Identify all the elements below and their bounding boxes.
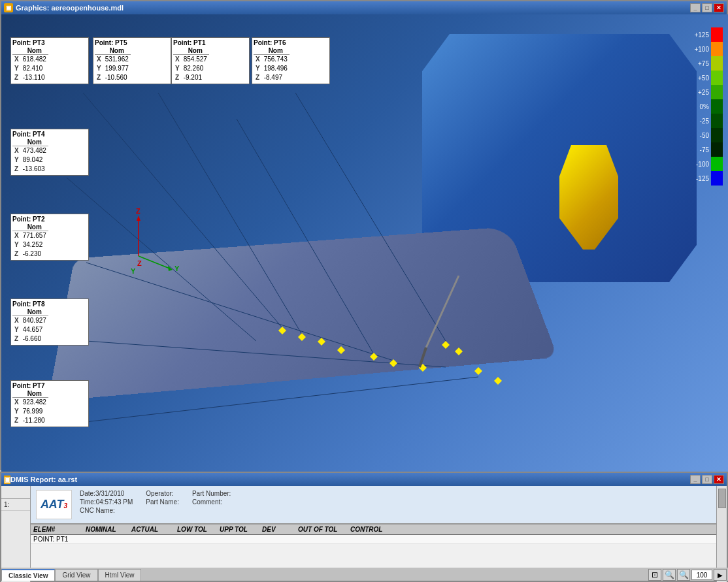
report-close-button[interactable]: ✕ xyxy=(714,475,724,484)
scrollbar-thumb[interactable] xyxy=(718,489,726,508)
restore-button[interactable]: □ xyxy=(702,3,712,12)
tab-grid-view[interactable]: Grid View xyxy=(55,569,97,581)
pt6-z: -8.497 xyxy=(262,73,290,82)
gray-workpiece xyxy=(48,227,557,401)
report-titlebar: ▣ DMIS Report: aa.rst _ □ ✕ xyxy=(1,473,727,486)
pt1-z: -9.201 xyxy=(182,73,209,82)
scale-label-100-neg: -100 xyxy=(691,161,709,168)
pt2-z: -6.230 xyxy=(21,250,48,259)
report-time: Time:04:57:43 PM xyxy=(80,498,133,506)
scale-label-125-neg: -125 xyxy=(691,175,709,182)
scale-color-25-pos xyxy=(711,85,723,99)
pt7-x: 923.482 xyxy=(21,398,48,408)
data-row-pt1: POINT: PT1 xyxy=(31,535,716,544)
tab-html-view[interactable]: Html View xyxy=(98,569,142,581)
pt3-title: Point: PT3 xyxy=(12,39,87,46)
pt4-z: -13.603 xyxy=(21,165,48,174)
graphics-window-controls: _ □ ✕ xyxy=(690,3,724,12)
scroll-right-button[interactable]: ▶ xyxy=(714,569,727,581)
close-button[interactable]: ✕ xyxy=(714,3,724,12)
svg-text:Z: Z xyxy=(136,207,141,215)
tab-classic-label: Classic View xyxy=(8,572,48,579)
scale-color-50-pos xyxy=(711,71,723,85)
pt8-title: Point: PT8 xyxy=(12,300,87,308)
zoom-out-button[interactable]: 🔍 xyxy=(677,569,690,581)
tab-grid-label: Grid View xyxy=(62,572,90,579)
pt7-z: -11.280 xyxy=(21,416,48,425)
scale-color-0 xyxy=(711,99,723,114)
pt3-y: 82.410 xyxy=(21,64,48,73)
svg-marker-26 xyxy=(494,377,502,385)
report-table-header: ELEM# NOMINAL ACTUAL LOW TOL UPP TOL DEV… xyxy=(31,524,716,535)
report-restore-button[interactable]: □ xyxy=(702,475,712,484)
point-box-pt6: Point: PT6 Nom X756.743 Y198.496 Z-8.497 xyxy=(252,37,330,84)
col-actual: ACTUAL xyxy=(129,526,174,533)
col-nominal: NOMINAL xyxy=(83,526,129,533)
pt4-title: Point: PT4 xyxy=(12,131,87,138)
zoom-fit-button[interactable]: ⊡ xyxy=(648,569,661,581)
pt8-z: -6.660 xyxy=(21,334,48,344)
report-part-name: Part Name: xyxy=(146,498,179,506)
pt4-y: 89.042 xyxy=(21,155,48,165)
color-scale-bar: +125 +100 +75 +50 +25 0% xyxy=(697,27,723,186)
report-part-number: Part Number: xyxy=(192,490,231,497)
svg-marker-25 xyxy=(474,367,482,375)
report-operator: Operator: xyxy=(146,490,179,497)
pt8-y: 44.657 xyxy=(21,325,48,334)
pt6-x: 756.743 xyxy=(262,55,290,65)
scale-label-0: 0% xyxy=(691,103,709,110)
scale-label-100-pos: +100 xyxy=(691,46,709,53)
3d-viewport[interactable]: Z Y Y Z xyxy=(1,14,728,472)
pt2-x: 771.657 xyxy=(21,231,48,241)
pt5-z: -10.560 xyxy=(103,73,131,82)
tab-classic-view[interactable]: Classic View xyxy=(1,569,55,581)
aat-logo: AAT3 xyxy=(36,490,72,519)
point-box-pt2: Point: PT2 Nom X771.657 Y34.252 Z-6.230 xyxy=(10,214,89,261)
zoom-in-button[interactable]: 🔍 xyxy=(663,569,676,581)
meta-col-3: Part Number: Comment: xyxy=(192,490,231,514)
scale-label-50-neg: -50 xyxy=(691,132,709,139)
scale-label-50-pos: +50 xyxy=(691,74,709,82)
point-box-pt5: Point: PT5 Nom X531.962 Y199.977 Z-10.56… xyxy=(93,37,171,84)
report-minimize-button[interactable]: _ xyxy=(690,475,701,484)
report-window: ▣ DMIS Report: aa.rst _ □ ✕ 1: AAT3 Date… xyxy=(0,472,728,582)
scale-label-75-neg: -75 xyxy=(691,146,709,154)
meta-col-2: Operator: Part Name: xyxy=(146,490,179,514)
graphics-titlebar: ▣ Graphics: aereoopenhouse.mdl _ □ ✕ xyxy=(1,1,727,14)
scale-color-25-neg xyxy=(711,114,723,128)
aat-logo-text: AAT3 xyxy=(41,498,67,511)
scale-label-25-pos: +25 xyxy=(691,89,709,96)
point-box-pt7: Point: PT7 Nom X923.482 Y76.999 Z-11.280 xyxy=(10,380,89,427)
report-window-controls: _ □ ✕ xyxy=(690,475,724,484)
pt6-title: Point: PT6 xyxy=(254,39,328,46)
bottom-tabs-bar: Classic View Grid View Html View ⊡ 🔍 🔍 ▶ xyxy=(1,568,728,581)
scale-color-125-neg xyxy=(711,171,723,186)
graphics-title-icon: ▣ xyxy=(4,3,13,12)
pt3-x: 618.482 xyxy=(21,55,48,65)
report-title: DMIS Report: aa.rst xyxy=(10,476,77,483)
scale-label-25-neg: -25 xyxy=(691,118,709,125)
pt2-y: 34.252 xyxy=(21,240,48,250)
scale-color-100-pos xyxy=(711,42,723,56)
pt5-x: 531.962 xyxy=(103,55,131,65)
data-elem: POINT: PT1 xyxy=(31,536,83,543)
point-box-pt3: Point: PT3 Nom X618.482 Y82.410 Z-13.110 xyxy=(10,37,89,84)
zoom-level-input[interactable] xyxy=(691,570,712,580)
pt7-y: 76.999 xyxy=(21,407,48,416)
row-number-1: 1: xyxy=(1,499,30,511)
col-elem: ELEM# xyxy=(31,526,83,533)
scale-label-75-pos: +75 xyxy=(691,60,709,67)
pt1-y: 82.260 xyxy=(182,64,209,73)
point-box-pt4: Point: PT4 Nom X473.482 Y89.042 Z-13.603 xyxy=(10,129,89,176)
scale-label-125-pos: +125 xyxy=(691,31,709,39)
meta-col-1: Date:3/31/2010 Time:04:57:43 PM CNC Name… xyxy=(80,490,133,514)
minimize-button[interactable]: _ xyxy=(690,3,701,12)
pt1-x: 854.527 xyxy=(182,55,209,65)
pt4-x: 473.482 xyxy=(21,146,48,156)
col-low-tol: LOW TOL xyxy=(174,526,217,533)
pt6-y: 198.496 xyxy=(262,64,290,73)
report-header: AAT3 Date:3/31/2010 Time:04:57:43 PM CNC… xyxy=(31,486,716,524)
scale-color-125-pos xyxy=(711,27,723,42)
scale-color-75-pos xyxy=(711,56,723,71)
report-comment: Comment: xyxy=(192,498,231,506)
